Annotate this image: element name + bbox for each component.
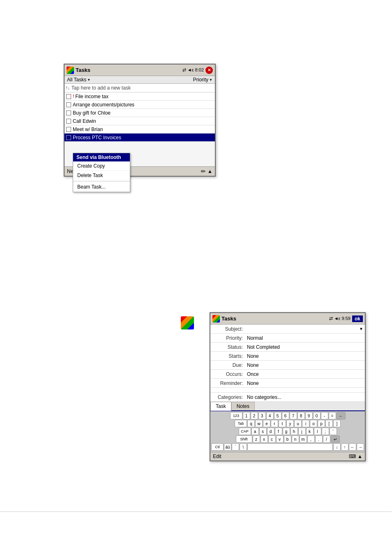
context-menu-header[interactable]: Send via Bluetooth	[73, 153, 130, 161]
kb-key-right[interactable]: →	[357, 443, 364, 451]
bottom-arrow-icon[interactable]: ▲	[208, 168, 212, 174]
kb-key-f[interactable]: f	[275, 428, 282, 435]
keyboard-icon[interactable]: ⌨	[349, 454, 356, 459]
status-value[interactable]: Not Completed	[245, 343, 365, 351]
kb-key-n[interactable]: n	[292, 435, 299, 443]
kb-key-9[interactable]: 9	[305, 412, 313, 419]
task-checkbox[interactable]	[66, 135, 71, 140]
kb-key-c[interactable]: c	[268, 435, 276, 443]
kb-key-r[interactable]: r	[271, 420, 278, 427]
new-task-row[interactable]: ! ↓ Tap here to add a new task	[65, 84, 215, 92]
kb-key-o[interactable]: o	[310, 420, 317, 427]
kb-key-shift[interactable]: Shift	[236, 435, 252, 443]
task-item-selected[interactable]: Process PTC Invoices	[65, 134, 215, 142]
starts-value[interactable]: None	[245, 352, 365, 360]
kb-key-ctl[interactable]: Ctl	[211, 443, 224, 451]
subject-input[interactable]	[245, 325, 357, 333]
kb-key-y[interactable]: y	[286, 420, 294, 427]
occurs-value[interactable]: Once	[245, 371, 365, 378]
task-item[interactable]: Buy gift for Chloe	[65, 109, 215, 117]
task-checkbox[interactable]	[66, 94, 71, 99]
kb-key-period[interactable]: .	[315, 435, 323, 443]
due-value[interactable]: None	[245, 362, 365, 369]
kb-key-4[interactable]: 4	[266, 412, 274, 419]
kb-key-h[interactable]: h	[291, 428, 298, 435]
edit-arrow-icon[interactable]: ▲	[357, 454, 362, 459]
ok-button[interactable]: ok	[352, 315, 363, 322]
categories-value[interactable]: No categories...	[245, 394, 365, 401]
pencil-icon[interactable]: ✏	[201, 168, 206, 175]
priority-dropdown[interactable]: Priority ▼	[193, 77, 212, 83]
kb-key-semicolon[interactable]: ;	[322, 428, 329, 435]
task-checkbox[interactable]	[66, 102, 71, 107]
kb-key-space[interactable]	[247, 443, 333, 451]
kb-key-enter[interactable]: ↵	[331, 435, 340, 443]
kb-key-i[interactable]: i	[302, 420, 309, 427]
kb-key-backtick[interactable]: `	[232, 443, 239, 451]
kb-key-left[interactable]: ←	[349, 443, 356, 451]
kb-key-5[interactable]: 5	[274, 412, 281, 419]
sort-down-icon[interactable]: ↓	[68, 86, 70, 90]
kb-key-s[interactable]: s	[259, 428, 267, 435]
kb-key-q[interactable]: q	[247, 420, 255, 427]
kb-key-quote[interactable]: '	[330, 428, 337, 435]
kb-key-6[interactable]: 6	[282, 412, 289, 419]
tab-notes[interactable]: Notes	[231, 402, 255, 410]
kb-key-v[interactable]: v	[276, 435, 284, 443]
kb-key-1[interactable]: 1	[243, 412, 250, 419]
kb-key-t[interactable]: t	[279, 420, 286, 427]
kb-key-w[interactable]: w	[255, 420, 263, 427]
task-checkbox[interactable]	[66, 111, 71, 115]
priority-value[interactable]: Normal	[245, 334, 365, 342]
kb-key-comma[interactable]: ,	[307, 435, 315, 443]
kb-key-lbracket[interactable]: [	[325, 420, 333, 427]
kb-key-backslash[interactable]: \	[240, 443, 247, 451]
kb-key-p[interactable]: p	[318, 420, 325, 427]
kb-key-backspace[interactable]: ←	[337, 412, 346, 419]
kb-key-minus[interactable]: -	[321, 412, 328, 419]
kb-key-down[interactable]: ↓	[333, 443, 341, 451]
kb-key-g[interactable]: g	[283, 428, 290, 435]
task-checkbox[interactable]	[66, 127, 71, 132]
kb-key-123[interactable]: 123	[230, 412, 242, 419]
kb-key-cap[interactable]: CAP	[239, 428, 251, 435]
kb-key-rbracket[interactable]: ]	[333, 420, 341, 427]
kb-key-0[interactable]: 0	[313, 412, 321, 419]
subject-dropdown-icon[interactable]: ▼	[357, 327, 365, 331]
context-menu-item-beam-task[interactable]: Beam Task...	[73, 182, 130, 192]
kb-key-special-chars[interactable]: áü	[224, 443, 231, 451]
kb-key-3[interactable]: 3	[258, 412, 266, 419]
kb-key-8[interactable]: 8	[297, 412, 305, 419]
all-tasks-dropdown[interactable]: All Tasks ▼	[67, 77, 90, 83]
kb-key-b[interactable]: b	[284, 435, 291, 443]
kb-key-m[interactable]: m	[300, 435, 307, 443]
kb-key-l[interactable]: l	[314, 428, 321, 435]
kb-key-e[interactable]: e	[263, 420, 270, 427]
task-item[interactable]: Meet w/ Brian	[65, 125, 215, 134]
kb-key-up[interactable]: ↑	[341, 443, 348, 451]
reminder-value[interactable]: None	[245, 380, 365, 387]
kb-key-k[interactable]: k	[306, 428, 314, 435]
kb-key-j[interactable]: j	[298, 428, 306, 435]
close-button1[interactable]: ✕	[205, 67, 213, 74]
kb-key-a[interactable]: a	[251, 428, 259, 435]
kb-key-equals[interactable]: =	[329, 412, 336, 419]
new-task-placeholder[interactable]: Tap here to add a new task	[71, 85, 131, 91]
edit-label[interactable]: Edit	[213, 454, 221, 459]
kb-key-u[interactable]: u	[294, 420, 302, 427]
kb-key-tab[interactable]: Tab	[235, 420, 247, 427]
task-item[interactable]: ! File income tax	[65, 92, 215, 101]
context-menu-item-create-copy[interactable]: Create Copy	[73, 161, 130, 171]
kb-key-z[interactable]: z	[253, 435, 260, 443]
kb-key-2[interactable]: 2	[251, 412, 258, 419]
task-item[interactable]: Arrange documents/pictures	[65, 101, 215, 109]
task-checkbox[interactable]	[66, 119, 71, 124]
kb-key-7[interactable]: 7	[290, 412, 297, 419]
kb-key-d[interactable]: d	[267, 428, 274, 435]
sort-priority-icon[interactable]: !	[66, 86, 67, 90]
kb-key-x[interactable]: x	[261, 435, 268, 443]
context-menu-item-delete-task[interactable]: Delete Task	[73, 171, 130, 180]
task-item[interactable]: Call Edwin	[65, 117, 215, 125]
kb-key-slash[interactable]: /	[323, 435, 330, 443]
tab-task[interactable]: Task	[210, 402, 231, 411]
